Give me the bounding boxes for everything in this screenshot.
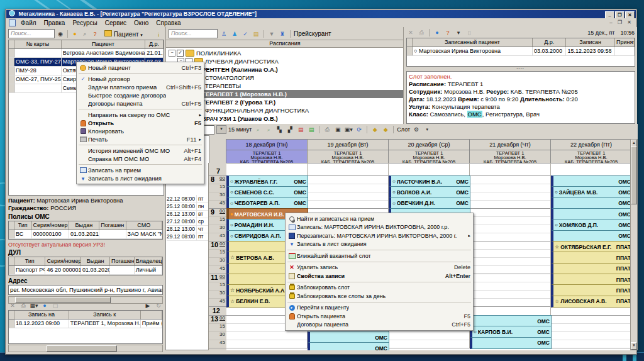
time-row[interactable]: 15 — [209, 184, 226, 192]
lock-day-icon[interactable]: ◆ — [381, 125, 390, 134]
column-header[interactable]: Тип — [14, 257, 45, 265]
time-row[interactable]: 1000 — [209, 241, 226, 250]
play-icon[interactable]: ▶ — [143, 301, 152, 310]
menu-item[interactable]: ОткрытьF5 — [77, 119, 204, 127]
edit-check-icon[interactable]: ✓ — [241, 30, 250, 38]
menu-item[interactable]: Справка МП ОМС МОAlt+F4 — [77, 155, 204, 163]
resource-header[interactable]: ТЕРАПЕВТ 1Морозова Н.В.КАБ. ТЕРАПЕВТА №2… — [226, 150, 308, 164]
appointment-cell[interactable]: ППАТ — [551, 252, 633, 264]
column-header[interactable]: Тип — [14, 221, 32, 230]
menu-item[interactable]: Перейти к пациенту — [286, 304, 473, 313]
menu-item[interactable]: Перезаписать: МАРТОВСКАЯ ИРИНА ВИКТОРОВН… — [286, 231, 473, 240]
appointment-cell[interactable]: ОМС — [551, 230, 633, 242]
patient-row[interactable]: Ветрова Анастасия Вадимовна21.01.1 — [9, 49, 164, 58]
zoom-in-icon[interactable]: ⌕ — [264, 125, 273, 134]
column-header[interactable] — [141, 311, 162, 319]
checkbox[interactable]: ✓ — [177, 50, 184, 57]
refresh-schedule-icon[interactable]: ⟳ — [355, 125, 364, 134]
menu-item[interactable]: ПечатьF11▸ — [77, 135, 204, 143]
appointment-cell[interactable]: ОМС — [308, 331, 389, 343]
column-header[interactable]: Владелец — [135, 257, 162, 265]
column-header[interactable]: Запись к — [69, 311, 141, 319]
time-row[interactable]: 800 — [209, 175, 226, 184]
board-1-icon[interactable]: ▣ — [333, 125, 342, 134]
appointment-cell[interactable]: ОМС — [470, 315, 552, 327]
time-row[interactable]: 30 — [209, 290, 226, 299]
column-header[interactable]: Принят — [615, 38, 635, 47]
restore-button[interactable]: ❐ — [615, 11, 625, 18]
appointment-cell[interactable]: ОМС — [551, 208, 633, 220]
column-header[interactable]: СМО — [126, 221, 163, 230]
open-appointment-icon[interactable]: ? — [443, 28, 452, 37]
appointment-cell[interactable]: ○ЧЕБОТАРЕВ А.П.ОМС — [226, 197, 308, 209]
patient-search-input[interactable]: Поиск... — [8, 29, 55, 38]
time-row[interactable]: 15 — [209, 216, 226, 225]
slot-gear-icon[interactable]: ⚙ — [412, 125, 421, 134]
time-row[interactable]: 1300 — [209, 315, 226, 324]
appointment-cell[interactable]: ○ЛАСТОЧКИН В.А.ОМС — [389, 175, 470, 187]
open-patient-icon[interactable]: ? — [91, 30, 99, 38]
time-row[interactable]: 45 — [209, 298, 226, 307]
splitter[interactable]: ▪▪▪▪ — [404, 67, 637, 70]
print-appointment-icon[interactable]: ⎙ — [417, 28, 426, 37]
appointment-cell[interactable]: ○ЗАЙЦЕВА М.В.ОМС — [551, 186, 633, 198]
menubar-item[interactable]: Правка — [40, 19, 69, 26]
menubar-item[interactable]: Окно — [130, 19, 152, 26]
column-header[interactable]: Выдан — [69, 221, 99, 230]
hour-row-collapsed[interactable]: 7 — [209, 163, 226, 176]
menubar-item[interactable]: Ресурсы — [69, 19, 101, 26]
person-add-icon[interactable]: ♟ — [230, 30, 239, 38]
slot-menu-label[interactable]: Слот — [397, 126, 410, 133]
waitlist-row[interactable]: 29.12 08:00пт — [167, 233, 208, 241]
menu-item[interactable]: Быстрое создание договора — [77, 91, 204, 99]
more-icon[interactable]: ▾ — [454, 28, 463, 37]
menu-item[interactable]: Заблокировать слот — [286, 284, 473, 292]
lock-slot-icon[interactable]: ◆ — [370, 125, 379, 134]
tree-item[interactable]: −✓ПОЛИКЛИНИКА — [166, 49, 404, 57]
scroll-thumb[interactable] — [47, 345, 117, 352]
appointment-cell[interactable]: ☆ЛИСОВСКАЯ А.В.ППАТ — [551, 296, 633, 308]
print-schedule-icon[interactable]: ⎙ — [323, 125, 331, 134]
view-green-icon[interactable]: ▤ — [307, 125, 316, 134]
time-row[interactable]: 45 — [209, 200, 226, 209]
menu-item[interactable]: Открыть пациентаF5 — [286, 312, 473, 321]
board-2-icon[interactable]: ▣▾ — [344, 125, 353, 134]
goto-appointment-icon[interactable]: ● — [433, 28, 441, 37]
lamp-icon[interactable]: ¡ — [154, 30, 163, 38]
refresh-icon[interactable]: ↻ — [154, 301, 163, 310]
column-header[interactable]: Записанный пациент — [413, 38, 533, 47]
appointment-cell[interactable]: ППАТ — [551, 284, 633, 296]
resource-header[interactable]: ТЕРАПЕВТ 1Морозова Н.В.КАБ. ТЕРАПЕВТА №2… — [307, 150, 389, 164]
menu-item[interactable]: Записать в лист ожидания — [77, 174, 204, 182]
appointment-cell[interactable]: ○КАРПОВ В.И.ОМС — [470, 326, 552, 338]
menu-item[interactable]: Клонировать — [77, 127, 204, 135]
goto-record-icon[interactable]: ● — [40, 301, 49, 310]
new-patient-icon[interactable]: ● — [70, 30, 79, 38]
menu-item[interactable]: Задачи платного приемаCtrl+Shift+F5 — [77, 83, 204, 91]
time-row[interactable]: 1100 — [209, 274, 226, 282]
search-plus-icon[interactable]: ⌕ — [80, 30, 89, 38]
appointment-cell[interactable]: ОМС — [308, 342, 389, 350]
window-controls[interactable]: _ ❐ ✕ — [605, 11, 635, 18]
column-header[interactable]: Серия/номер — [45, 257, 81, 265]
column-header[interactable]: Погашен — [99, 221, 126, 230]
interval-label[interactable]: 15 минут — [228, 126, 252, 133]
time-row[interactable]: 30 — [209, 225, 226, 233]
menubar-item[interactable]: Справка — [152, 19, 184, 26]
time-row[interactable]: 30 — [209, 331, 226, 340]
time-row[interactable]: 900 — [209, 208, 226, 217]
close-button[interactable]: ✕ — [625, 11, 635, 18]
menu-item[interactable]: Направить на сверку по ОМС▸ — [77, 111, 204, 119]
time-row[interactable]: 30 — [209, 257, 226, 266]
menu-item[interactable]: Договоры пациентаCtrl+F5 — [77, 99, 204, 108]
cancel-record-icon[interactable]: ✕ — [8, 301, 17, 310]
schedule-search-input[interactable]: Поиск... — [169, 29, 218, 38]
binoculars-icon[interactable]: ◉ — [56, 30, 65, 38]
appointment-cell[interactable]: ОМС — [551, 175, 633, 187]
resource-header[interactable]: ТЕРАПЕВТ 1Морозова Н.В.КАБ. ТЕРАПЕВТА №2… — [550, 150, 632, 164]
menu-item[interactable]: История изменений ОМС МОAlt+F1 — [77, 147, 204, 155]
title-bar[interactable]: Мегаклиника - Канаева Е.В. - [Регистрату… — [6, 10, 636, 18]
zoom-out-icon[interactable]: ⌕ — [253, 125, 262, 134]
price-list-button[interactable]: Прейскурант — [294, 30, 331, 37]
view-red-icon[interactable]: ▤ — [296, 125, 305, 134]
